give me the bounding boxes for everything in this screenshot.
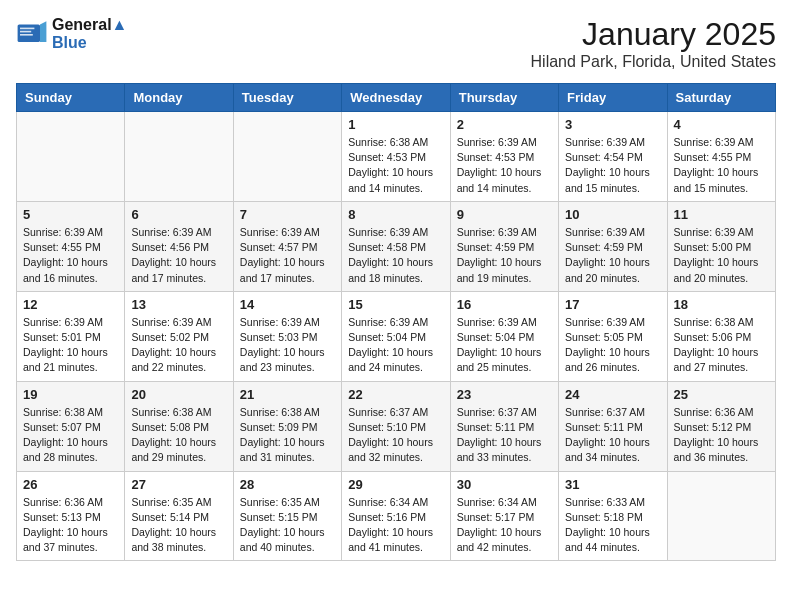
day-info: Sunrise: 6:38 AMSunset: 5:06 PMDaylight:… bbox=[674, 315, 769, 376]
svg-rect-0 bbox=[18, 24, 40, 42]
day-number: 18 bbox=[674, 297, 769, 312]
calendar-cell: 15Sunrise: 6:39 AMSunset: 5:04 PMDayligh… bbox=[342, 291, 450, 381]
calendar-cell: 3Sunrise: 6:39 AMSunset: 4:54 PMDaylight… bbox=[559, 112, 667, 202]
day-info: Sunrise: 6:36 AMSunset: 5:12 PMDaylight:… bbox=[674, 405, 769, 466]
day-info: Sunrise: 6:39 AMSunset: 4:56 PMDaylight:… bbox=[131, 225, 226, 286]
calendar-cell: 30Sunrise: 6:34 AMSunset: 5:17 PMDayligh… bbox=[450, 471, 558, 561]
day-number: 5 bbox=[23, 207, 118, 222]
day-info: Sunrise: 6:39 AMSunset: 5:01 PMDaylight:… bbox=[23, 315, 118, 376]
day-info: Sunrise: 6:35 AMSunset: 5:15 PMDaylight:… bbox=[240, 495, 335, 556]
logo-text: General▲ Blue bbox=[52, 16, 127, 52]
weekday-header-tuesday: Tuesday bbox=[233, 84, 341, 112]
calendar-cell bbox=[667, 471, 775, 561]
weekday-header-saturday: Saturday bbox=[667, 84, 775, 112]
day-number: 7 bbox=[240, 207, 335, 222]
page-header: General▲ Blue January 2025 Hiland Park, … bbox=[16, 16, 776, 71]
day-info: Sunrise: 6:39 AMSunset: 4:59 PMDaylight:… bbox=[565, 225, 660, 286]
weekday-header-sunday: Sunday bbox=[17, 84, 125, 112]
day-info: Sunrise: 6:39 AMSunset: 5:02 PMDaylight:… bbox=[131, 315, 226, 376]
day-number: 19 bbox=[23, 387, 118, 402]
calendar-cell: 12Sunrise: 6:39 AMSunset: 5:01 PMDayligh… bbox=[17, 291, 125, 381]
title-area: January 2025 Hiland Park, Florida, Unite… bbox=[531, 16, 776, 71]
calendar-cell: 10Sunrise: 6:39 AMSunset: 4:59 PMDayligh… bbox=[559, 201, 667, 291]
calendar-cell bbox=[125, 112, 233, 202]
day-number: 27 bbox=[131, 477, 226, 492]
calendar-cell: 19Sunrise: 6:38 AMSunset: 5:07 PMDayligh… bbox=[17, 381, 125, 471]
weekday-header-friday: Friday bbox=[559, 84, 667, 112]
day-number: 3 bbox=[565, 117, 660, 132]
calendar-cell: 8Sunrise: 6:39 AMSunset: 4:58 PMDaylight… bbox=[342, 201, 450, 291]
weekday-header-monday: Monday bbox=[125, 84, 233, 112]
calendar-week-row: 12Sunrise: 6:39 AMSunset: 5:01 PMDayligh… bbox=[17, 291, 776, 381]
calendar-cell: 9Sunrise: 6:39 AMSunset: 4:59 PMDaylight… bbox=[450, 201, 558, 291]
calendar-cell: 26Sunrise: 6:36 AMSunset: 5:13 PMDayligh… bbox=[17, 471, 125, 561]
day-number: 14 bbox=[240, 297, 335, 312]
calendar-title: January 2025 bbox=[531, 16, 776, 53]
calendar-cell: 13Sunrise: 6:39 AMSunset: 5:02 PMDayligh… bbox=[125, 291, 233, 381]
day-number: 25 bbox=[674, 387, 769, 402]
day-number: 8 bbox=[348, 207, 443, 222]
day-info: Sunrise: 6:33 AMSunset: 5:18 PMDaylight:… bbox=[565, 495, 660, 556]
day-info: Sunrise: 6:39 AMSunset: 4:55 PMDaylight:… bbox=[23, 225, 118, 286]
day-info: Sunrise: 6:39 AMSunset: 4:59 PMDaylight:… bbox=[457, 225, 552, 286]
day-info: Sunrise: 6:39 AMSunset: 5:04 PMDaylight:… bbox=[348, 315, 443, 376]
day-number: 6 bbox=[131, 207, 226, 222]
day-number: 4 bbox=[674, 117, 769, 132]
day-number: 20 bbox=[131, 387, 226, 402]
calendar-cell: 16Sunrise: 6:39 AMSunset: 5:04 PMDayligh… bbox=[450, 291, 558, 381]
calendar-cell: 18Sunrise: 6:38 AMSunset: 5:06 PMDayligh… bbox=[667, 291, 775, 381]
day-number: 17 bbox=[565, 297, 660, 312]
day-number: 30 bbox=[457, 477, 552, 492]
day-info: Sunrise: 6:38 AMSunset: 5:07 PMDaylight:… bbox=[23, 405, 118, 466]
calendar-cell: 24Sunrise: 6:37 AMSunset: 5:11 PMDayligh… bbox=[559, 381, 667, 471]
calendar-cell: 29Sunrise: 6:34 AMSunset: 5:16 PMDayligh… bbox=[342, 471, 450, 561]
calendar-cell: 11Sunrise: 6:39 AMSunset: 5:00 PMDayligh… bbox=[667, 201, 775, 291]
day-number: 9 bbox=[457, 207, 552, 222]
day-info: Sunrise: 6:39 AMSunset: 4:54 PMDaylight:… bbox=[565, 135, 660, 196]
calendar-table: SundayMondayTuesdayWednesdayThursdayFrid… bbox=[16, 83, 776, 561]
svg-marker-1 bbox=[40, 21, 46, 42]
day-info: Sunrise: 6:36 AMSunset: 5:13 PMDaylight:… bbox=[23, 495, 118, 556]
calendar-week-row: 1Sunrise: 6:38 AMSunset: 4:53 PMDaylight… bbox=[17, 112, 776, 202]
day-info: Sunrise: 6:35 AMSunset: 5:14 PMDaylight:… bbox=[131, 495, 226, 556]
day-info: Sunrise: 6:37 AMSunset: 5:10 PMDaylight:… bbox=[348, 405, 443, 466]
weekday-header-thursday: Thursday bbox=[450, 84, 558, 112]
calendar-cell: 25Sunrise: 6:36 AMSunset: 5:12 PMDayligh… bbox=[667, 381, 775, 471]
day-info: Sunrise: 6:39 AMSunset: 5:05 PMDaylight:… bbox=[565, 315, 660, 376]
day-number: 29 bbox=[348, 477, 443, 492]
calendar-cell: 4Sunrise: 6:39 AMSunset: 4:55 PMDaylight… bbox=[667, 112, 775, 202]
day-number: 22 bbox=[348, 387, 443, 402]
calendar-cell: 17Sunrise: 6:39 AMSunset: 5:05 PMDayligh… bbox=[559, 291, 667, 381]
day-info: Sunrise: 6:37 AMSunset: 5:11 PMDaylight:… bbox=[457, 405, 552, 466]
calendar-cell: 2Sunrise: 6:39 AMSunset: 4:53 PMDaylight… bbox=[450, 112, 558, 202]
day-number: 2 bbox=[457, 117, 552, 132]
day-info: Sunrise: 6:38 AMSunset: 5:09 PMDaylight:… bbox=[240, 405, 335, 466]
day-info: Sunrise: 6:34 AMSunset: 5:16 PMDaylight:… bbox=[348, 495, 443, 556]
calendar-week-row: 5Sunrise: 6:39 AMSunset: 4:55 PMDaylight… bbox=[17, 201, 776, 291]
svg-rect-2 bbox=[20, 28, 34, 30]
calendar-cell bbox=[233, 112, 341, 202]
day-number: 26 bbox=[23, 477, 118, 492]
day-info: Sunrise: 6:39 AMSunset: 4:55 PMDaylight:… bbox=[674, 135, 769, 196]
day-info: Sunrise: 6:39 AMSunset: 4:53 PMDaylight:… bbox=[457, 135, 552, 196]
day-info: Sunrise: 6:39 AMSunset: 4:58 PMDaylight:… bbox=[348, 225, 443, 286]
calendar-cell: 7Sunrise: 6:39 AMSunset: 4:57 PMDaylight… bbox=[233, 201, 341, 291]
day-number: 23 bbox=[457, 387, 552, 402]
day-info: Sunrise: 6:39 AMSunset: 5:00 PMDaylight:… bbox=[674, 225, 769, 286]
calendar-cell: 27Sunrise: 6:35 AMSunset: 5:14 PMDayligh… bbox=[125, 471, 233, 561]
svg-rect-3 bbox=[20, 31, 31, 33]
calendar-cell: 5Sunrise: 6:39 AMSunset: 4:55 PMDaylight… bbox=[17, 201, 125, 291]
logo: General▲ Blue bbox=[16, 16, 127, 52]
calendar-week-row: 26Sunrise: 6:36 AMSunset: 5:13 PMDayligh… bbox=[17, 471, 776, 561]
day-info: Sunrise: 6:38 AMSunset: 5:08 PMDaylight:… bbox=[131, 405, 226, 466]
weekday-header-row: SundayMondayTuesdayWednesdayThursdayFrid… bbox=[17, 84, 776, 112]
day-info: Sunrise: 6:37 AMSunset: 5:11 PMDaylight:… bbox=[565, 405, 660, 466]
day-number: 13 bbox=[131, 297, 226, 312]
calendar-cell: 31Sunrise: 6:33 AMSunset: 5:18 PMDayligh… bbox=[559, 471, 667, 561]
logo-icon bbox=[16, 18, 48, 50]
calendar-cell: 28Sunrise: 6:35 AMSunset: 5:15 PMDayligh… bbox=[233, 471, 341, 561]
day-number: 1 bbox=[348, 117, 443, 132]
day-info: Sunrise: 6:39 AMSunset: 4:57 PMDaylight:… bbox=[240, 225, 335, 286]
day-number: 21 bbox=[240, 387, 335, 402]
day-info: Sunrise: 6:38 AMSunset: 4:53 PMDaylight:… bbox=[348, 135, 443, 196]
